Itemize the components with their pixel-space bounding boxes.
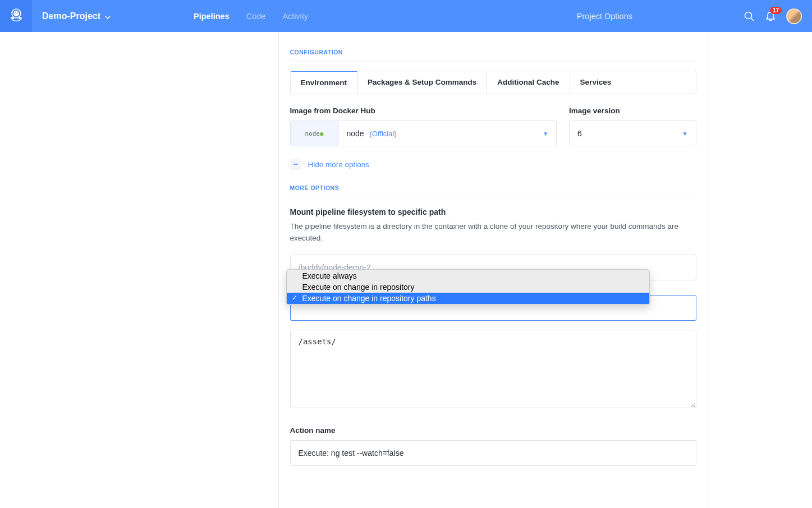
project-name: Demo-Project — [42, 11, 100, 21]
logo[interactable] — [0, 0, 32, 32]
paths-textarea[interactable] — [290, 330, 696, 408]
docker-image-select[interactable]: node● node (Official) ▼ — [290, 121, 557, 146]
svg-point-6 — [745, 12, 752, 19]
minus-icon: − — [290, 159, 301, 170]
node-logo-icon: node● — [291, 121, 339, 146]
trigger-option-on-change-paths[interactable]: Execute on change in repository paths — [287, 293, 649, 304]
main-nav: Pipelines Code Activity — [194, 0, 308, 32]
trigger-dropdown: Execute always Execute on change in repo… — [286, 269, 650, 305]
section-configuration: CONFIGURATION — [290, 49, 696, 61]
svg-rect-4 — [11, 17, 14, 19]
tab-additional-cache[interactable]: Additional Cache — [487, 71, 570, 94]
docker-official-tag: (Official) — [370, 130, 397, 138]
avatar[interactable] — [786, 8, 802, 24]
trigger-option-on-change[interactable]: Execute on change in repository — [287, 281, 649, 293]
docker-image-label: Image from Docker Hub — [290, 107, 557, 115]
config-tabs: Environment Packages & Setup Commands Ad… — [290, 71, 696, 94]
mount-description: The pipeline filesystem is a directory i… — [290, 221, 696, 244]
svg-rect-5 — [19, 17, 22, 19]
app-header: Demo-Project Pipelines Code Activity Pro… — [0, 0, 812, 32]
svg-line-7 — [751, 18, 754, 21]
trigger-option-always[interactable]: Execute always — [287, 270, 649, 281]
header-right: Project Options 17 — [577, 0, 812, 32]
docker-image-name: node — [347, 129, 364, 138]
search-icon — [744, 11, 755, 22]
svg-point-2 — [15, 12, 16, 13]
project-selector[interactable]: Demo-Project — [32, 0, 121, 32]
hide-more-options[interactable]: − Hide more options — [290, 159, 696, 170]
buddy-logo-icon — [7, 7, 25, 25]
notifications-button[interactable]: 17 — [765, 11, 776, 22]
mount-heading: Mount pipeline filesystem to specific pa… — [290, 207, 696, 216]
docker-version-select[interactable]: 6 ▼ — [569, 121, 696, 146]
chevron-down-icon: ▼ — [682, 131, 688, 137]
nav-activity[interactable]: Activity — [282, 12, 308, 21]
svg-point-1 — [13, 11, 19, 16]
tab-services[interactable]: Services — [570, 71, 696, 94]
section-more-options: MORE OPTIONS — [290, 184, 696, 196]
nav-code[interactable]: Code — [246, 12, 266, 21]
docker-version-label: Image version — [569, 107, 696, 115]
action-name-input[interactable] — [290, 440, 696, 466]
nav-pipelines[interactable]: Pipelines — [194, 12, 230, 21]
hide-more-link: Hide more options — [308, 160, 370, 169]
svg-point-3 — [17, 12, 18, 13]
chevron-down-icon: ▼ — [543, 131, 548, 137]
docker-version-value: 6 — [577, 129, 582, 138]
notification-badge: 17 — [770, 7, 782, 14]
search-button[interactable] — [744, 11, 755, 22]
config-panel: CONFIGURATION Environment Packages & Set… — [278, 32, 708, 508]
tab-environment[interactable]: Environment — [291, 71, 358, 94]
tab-packages[interactable]: Packages & Setup Commands — [357, 71, 487, 94]
action-name-label: Action name — [290, 426, 696, 435]
project-options-link[interactable]: Project Options — [577, 12, 632, 21]
caret-down-icon — [105, 11, 111, 21]
